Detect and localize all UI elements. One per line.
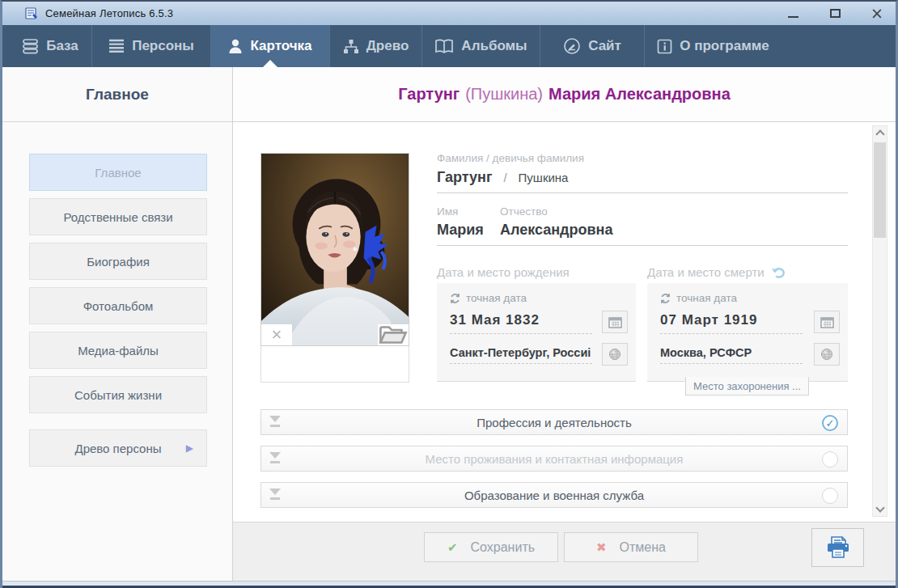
undo-icon[interactable] (771, 266, 786, 279)
title-bar: Семейная Летопись 6.5.3 × (2, 2, 896, 25)
save-button[interactable]: ✔ Сохранить (424, 532, 558, 562)
tab-tree[interactable]: Древо (329, 25, 421, 67)
refresh-icon (660, 293, 671, 304)
sidebar-item-biography[interactable]: Биография (29, 243, 207, 280)
site-icon (563, 37, 581, 55)
tab-label: База (46, 38, 78, 54)
sidebar-item-label: События жизни (74, 388, 162, 402)
tab-card[interactable]: Карточка (210, 25, 329, 67)
death-date-field[interactable]: 07 Март 1919 (660, 312, 803, 334)
open-folder-icon (378, 324, 409, 345)
death-label-row: Дата и место смерти (647, 265, 786, 279)
list-icon (108, 39, 125, 53)
patronymic-label: Отчество (500, 205, 548, 218)
close-button[interactable]: × (865, 4, 889, 23)
tab-site[interactable]: Сайт (540, 25, 644, 67)
birth-place-button[interactable] (602, 343, 628, 366)
minimize-icon (788, 16, 798, 18)
birth-exact-date-toggle[interactable]: точная дата (450, 292, 527, 304)
sidebar-item-relations[interactable]: Родственные связи (29, 198, 207, 235)
scrollbar-thumb[interactable] (874, 142, 886, 238)
death-panel: точная дата 07 Март 1919 Москва, РСФСР (647, 283, 848, 382)
photo-open-button[interactable] (378, 324, 409, 345)
sidebar-item-lifeevents[interactable]: События жизни (29, 376, 207, 413)
person-surname: Гартунг (398, 85, 460, 104)
tab-base[interactable]: База (9, 25, 91, 67)
death-place-button[interactable] (814, 343, 840, 366)
card-footer: ✔ Сохранить ✖ Отмена (233, 522, 896, 581)
active-tab-caret (263, 60, 277, 67)
vertical-scrollbar[interactable] (872, 125, 887, 517)
cancel-button[interactable]: ✖ Отмена (564, 532, 698, 562)
section-check-circle[interactable] (822, 451, 838, 467)
refresh-icon (450, 293, 460, 304)
print-button[interactable] (811, 528, 864, 567)
tab-about[interactable]: О программе (644, 25, 782, 67)
section-check-circle[interactable]: ✓ (822, 415, 838, 431)
app-logo-icon (25, 6, 39, 20)
section-residence[interactable]: Место проживания и контактная информация (261, 446, 848, 472)
window-title: Семейная Летопись 6.5.3 (45, 7, 173, 19)
scroll-up-icon[interactable] (875, 129, 884, 138)
death-calendar-button[interactable] (814, 311, 840, 333)
cross-icon: ✖ (596, 540, 607, 555)
birth-place-field[interactable]: Санкт-Петербург, Россиі (450, 346, 592, 364)
sidebar-item-label: Родственные связи (63, 210, 172, 224)
section-label: Место проживания и контактная информация (426, 452, 684, 466)
sidebar-item-person-tree[interactable]: Древо персоны ▶ (29, 429, 207, 467)
birth-calendar-button[interactable] (602, 311, 628, 333)
death-exact-date-toggle[interactable]: точная дата (660, 292, 737, 304)
birth-date-field[interactable]: 31 Мая 1832 (450, 312, 592, 334)
check-icon: ✔ (447, 540, 458, 555)
main-nav: База Персоны Карточка Древо (2, 25, 896, 67)
sidebar-item-label: Медиа-файлы (78, 344, 159, 357)
delete-x-icon: × (272, 326, 282, 344)
sidebar-item-label: Фотоальбом (83, 299, 154, 313)
person-maiden-name: (Пушкина) (465, 85, 543, 104)
tab-albums[interactable]: Альбомы (421, 25, 540, 67)
tab-label: Карточка (250, 38, 311, 54)
tab-persons[interactable]: Персоны (91, 25, 210, 67)
scroll-down-icon[interactable] (875, 503, 884, 512)
section-education[interactable]: Образование и военная служба (261, 482, 848, 508)
info-icon (657, 39, 672, 54)
open-book-icon (434, 39, 454, 54)
check-icon: ✓ (826, 417, 835, 429)
maximize-button[interactable] (823, 4, 847, 23)
birth-label: Дата и место рождения (437, 265, 570, 279)
section-label: Образование и военная служба (464, 489, 644, 502)
calendar-icon (608, 316, 622, 328)
portrait-photo[interactable]: × (261, 153, 409, 346)
person-given-names: Мария Александровна (549, 85, 731, 104)
tab-label: Древо (366, 38, 409, 54)
section-label: Профессия и деятельность (477, 416, 632, 429)
globe-icon (608, 348, 621, 361)
chevron-right-icon: ▶ (186, 442, 193, 454)
death-place-field[interactable]: Москва, РСФСР (660, 346, 803, 364)
printer-icon (824, 535, 852, 560)
section-profession[interactable]: Профессия и деятельность ✓ (261, 409, 848, 435)
sidebar-item-photoalbum[interactable]: Фотоальбом (29, 287, 207, 324)
birth-panel: точная дата 31 Мая 1832 Санкт-Петербург,… (437, 283, 636, 382)
minimize-button[interactable] (781, 4, 805, 23)
maiden-value: Пушкина (519, 171, 569, 184)
portrait-block: × (261, 153, 409, 383)
tab-label: О программе (680, 38, 769, 54)
tab-label: Персоны (132, 38, 194, 54)
card-content: × Фамилия / девичья фамилия Гартунг (233, 122, 896, 522)
name-field[interactable]: Мария Александровна (437, 222, 848, 246)
section-check-circle[interactable] (822, 488, 838, 504)
firstname-value: Мария (437, 222, 500, 239)
surname-field[interactable]: Гартунг / Пушкина (437, 169, 848, 193)
globe-icon (820, 348, 833, 361)
photo-caption-box[interactable] (261, 346, 409, 383)
maximize-icon (830, 9, 841, 18)
patronymic-value: Александровна (500, 222, 612, 239)
sidebar-item-label: Древо персоны (74, 442, 161, 455)
sidebar-item-mediafiles[interactable]: Медиа-файлы (29, 332, 207, 369)
sidebar-item-label: Биография (87, 255, 150, 269)
database-icon (22, 38, 39, 54)
burial-place-tab[interactable]: Место захоронения ... (685, 377, 809, 396)
exact-date-label: точная дата (676, 292, 737, 304)
photo-delete-button[interactable]: × (261, 324, 292, 345)
